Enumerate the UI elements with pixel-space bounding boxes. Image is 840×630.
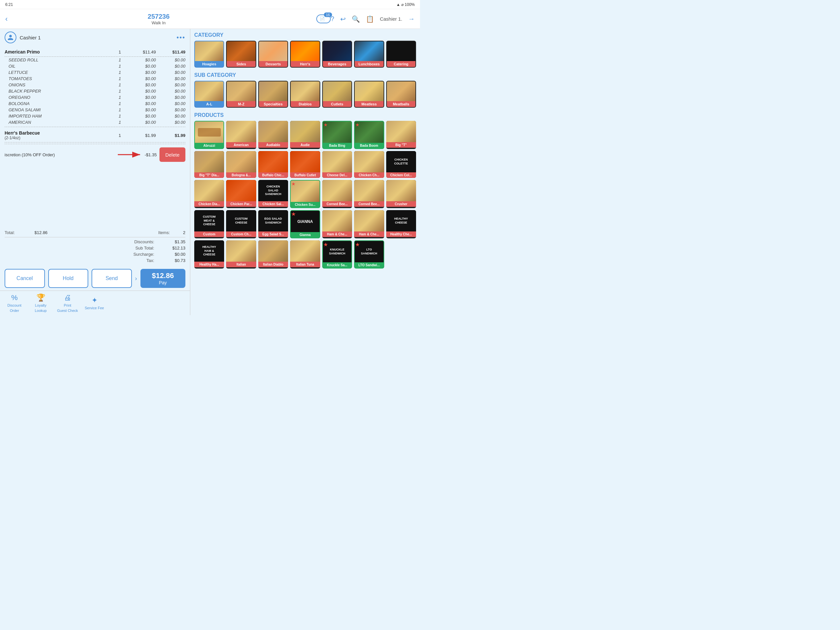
star-icon: ★ [291,181,296,187]
category-label: Sides [227,61,255,67]
product-healthy-che[interactable]: HEALTHY CHEESE Healthy Che... [386,210,416,238]
list-item: IMPORTED HAM 1 $0.00 $0.00 [5,113,185,119]
subcat-cutlets[interactable]: Cutlets [322,81,352,108]
product-chicken-sal[interactable]: CHICKEN SALAD SANDWICH Chicken Sal... [258,180,288,208]
product-audiablo[interactable]: Audiablo [258,121,288,149]
avatar [5,32,16,43]
list-item: GENOA SALAMI 1 $0.00 $0.00 [5,107,185,113]
item-price: $11.49 [126,49,156,54]
product-gianna[interactable]: ★ GIANNA Gianna [290,210,320,238]
right-panel: CATEGORY Hoagies Sides Desserts [190,29,420,315]
table-row[interactable]: Herr's Barbecue (2-1/4oz) 1 $1.99 $1.99 [5,128,185,142]
product-ham-che-1[interactable]: Ham & Che... [322,210,352,238]
discounts-value: $1.35 [167,239,185,244]
order-type: Walk In [8,21,309,25]
product-bologna[interactable]: Bologna &... [226,151,256,178]
product-chicken-ch[interactable]: Chicken Ch... [354,151,384,178]
more-options-button[interactable]: ••• [177,34,185,41]
subcat-meatballs[interactable]: Meatballs [386,81,416,108]
subcategory-title: SUB CATEGORY [194,72,416,78]
discount-icon: % [11,293,18,302]
item-name: American Primo [5,49,113,54]
undo-button[interactable]: ↩ [340,15,346,23]
items-total-value: $12.86 [35,230,47,235]
product-chicken-par[interactable]: Chicken Par... [226,180,256,208]
star-icon: ★ [291,211,296,217]
product-american[interactable]: American [226,121,256,149]
discount-order-button[interactable]: % Discount Order [5,293,24,313]
product-big-t[interactable]: Big "T" [386,121,416,149]
print-check-button[interactable]: 🖨 Print Guest Check [57,293,78,313]
delete-button[interactable]: Delete [159,147,185,162]
discounts-label: Discounts: [128,239,154,244]
category-herrs[interactable]: Herr's [290,41,320,68]
subcat-meatless[interactable]: Meatless [354,81,384,108]
product-corned-bee-1[interactable]: Corned Bee... [322,180,352,208]
category-sides[interactable]: Sides [226,41,256,68]
pay-button[interactable]: $12.86 Pay [141,269,185,288]
product-audie[interactable]: Audie [290,121,320,149]
list-item: TOMATOES 1 $0.00 $0.00 [5,76,185,82]
category-beverages[interactable]: Beverages [322,41,352,68]
category-label: Desserts [259,61,287,67]
product-custom-meat[interactable]: CUSTOM MEAT & CHEESE Custom [194,210,224,238]
product-chicken-su[interactable]: ★ Chicken Su... [290,180,320,208]
pay-total: $12.86 [152,272,174,280]
send-button[interactable]: Send [92,269,132,288]
product-egg-salad[interactable]: EGG SALAD SANDWICH Egg Salad S... [258,210,288,238]
expand-arrow[interactable]: › [135,269,137,288]
product-chicken-dia[interactable]: Chicken Dia... [194,180,224,208]
subcat-mz[interactable]: M-Z [226,81,256,108]
hold-button[interactable]: Hold [48,269,88,288]
subcat-label: Specialties [259,101,287,107]
product-corned-bee-2[interactable]: Corned Bee... [354,180,384,208]
arrow-indicator [117,150,144,159]
logout-button[interactable]: → [408,15,415,23]
order-list-icon: 📄 [320,16,325,21]
product-italian-tuna[interactable]: Italian Tuna [290,240,320,269]
copy-button[interactable]: 📋 [366,15,374,23]
cashier-label: Cashier 1. [380,16,402,22]
product-big-t-dia[interactable]: Big "T" Dia... [194,151,224,178]
product-italian[interactable]: Italian [226,240,256,269]
product-healthy-ham[interactable]: HEALTHY HAM & CHEESE Healthy Ha... [194,240,224,269]
product-custom-ch[interactable]: CUSTOM CHEESE Custom Ch... [226,210,256,238]
product-bada-bing[interactable]: ★ Bada Bing [322,121,352,149]
product-chicken-col[interactable]: CHICKEN COLETTE Chicken Col... [386,151,416,178]
cancel-button[interactable]: Cancel [5,269,45,288]
back-button[interactable]: ‹ [5,15,8,23]
product-bada-boom[interactable]: ★ Bada Boom [354,121,384,149]
product-cheese-del[interactable]: Cheese Del... [322,151,352,178]
product-knuckle-sa[interactable]: ★ KNUCKLE SANDWICH Knuckle Sa... [322,240,352,269]
main-layout: Cashier 1 ••• American Primo 1 $11.49 $1… [0,29,420,315]
product-lto-sandwi[interactable]: ★ LTO SANDWICH LTO Sandwi... [354,240,384,269]
action-buttons: Cancel Hold Send › $12.86 Pay [0,266,190,291]
item-qty: 1 [113,133,126,138]
category-catering[interactable]: Catering [386,41,416,68]
star-icon: ★ [355,242,360,247]
search-button[interactable]: 🔍 [352,15,360,23]
table-row[interactable]: American Primo 1 $11.49 $11.49 [5,47,185,57]
service-fee-button[interactable]: ✦ Service Fee [85,296,104,310]
order-count-badge[interactable]: 16 📄 [316,14,331,23]
subcategory-grid: A-L M-Z Specialties Diablos Cutlets [194,81,416,108]
category-hoagies[interactable]: Hoagies [194,41,224,68]
items-count-value: 2 [183,230,185,235]
category-title: CATEGORY [194,32,416,38]
product-buffalo-cutlet[interactable]: Buffalo Cutlet [290,151,320,178]
loyalty-lookup-button[interactable]: 🏆 Loyalty Lookup [31,293,51,313]
category-label: Catering [387,61,415,67]
product-abruzzi[interactable]: Abruzzi [194,121,224,149]
print-label: Print [64,303,71,307]
loyalty-label: Loyalty [35,303,47,307]
product-buffalo-chic[interactable]: Buffalo Chic... [258,151,288,178]
category-desserts[interactable]: Desserts [258,41,288,68]
product-ham-che-2[interactable]: Ham & Che... [354,210,384,238]
product-italian-diablo[interactable]: Italian Diablo [258,240,288,269]
subcat-specialties[interactable]: Specialties [258,81,288,108]
subcat-diablos[interactable]: Diablos [290,81,320,108]
category-lunchboxes[interactable]: Lunchboxes [354,41,384,68]
service-fee-icon: ✦ [92,296,98,305]
product-crusher[interactable]: Crusher [386,180,416,208]
subcat-al[interactable]: A-L [194,81,224,108]
